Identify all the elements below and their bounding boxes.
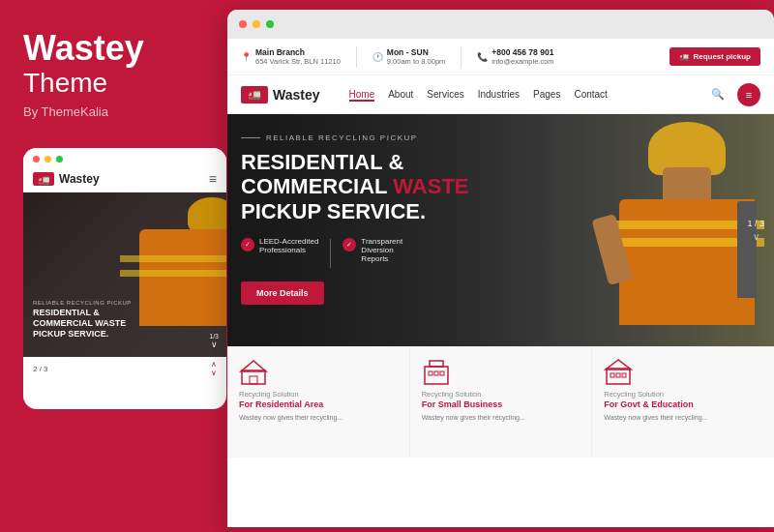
request-pickup-button[interactable]: 🚛 Request pickup <box>670 47 760 66</box>
slider-count-label: 1/3 <box>209 333 219 340</box>
mobile-arrows: ∧ ∨ <box>211 361 217 377</box>
card-2-title-pre: For <box>422 399 438 409</box>
hamburger-icon[interactable]: ≡ <box>209 171 217 187</box>
hero-content: RELIABLE RECYCLING PICKUP RESIDENTIAL & … <box>241 133 469 305</box>
request-btn-label: Request pickup <box>693 52 751 61</box>
header-hours: 🕐 Mon - SUN 9.00am to 8.00pm <box>372 47 445 66</box>
location-value: 654 Varick Str, BLN 11210 <box>255 57 341 66</box>
slider-down-arrow[interactable]: ∨ <box>753 231 759 242</box>
header-divider-2 <box>461 46 461 68</box>
hero-feature-2: ✓ TransparentDiversionReports <box>342 237 402 263</box>
hero-title: RESIDENTIAL & COMMERCIAL WASTE PICKUP SE… <box>241 150 469 223</box>
card-2-icon-row <box>422 357 580 386</box>
phone-label: +800 456 78 901 <box>491 47 553 57</box>
dot-green <box>56 156 63 163</box>
svg-rect-12 <box>622 373 626 377</box>
slider-down-arrow[interactable]: ∨ <box>211 340 218 349</box>
phone-text: +800 456 78 901 info@example.com <box>491 47 553 66</box>
location-label: Main Branch <box>255 47 341 57</box>
svg-rect-7 <box>440 371 444 375</box>
svg-rect-6 <box>434 371 438 375</box>
svg-rect-2 <box>250 376 257 384</box>
hours-value: 9.00am to 8.00pm <box>387 57 445 66</box>
card-1-eyebrow: Recycling Solution <box>239 390 398 399</box>
card-1-icon-row <box>239 357 398 386</box>
search-button[interactable]: 🔍 <box>706 83 729 106</box>
mobile-nav: Wastey ≡ <box>23 166 226 192</box>
dot-red <box>33 156 40 163</box>
card-1-text: Wastey now gives their recycling... <box>239 413 398 423</box>
card-2-eyebrow: Recycling Solution <box>422 390 580 399</box>
dot-yellow <box>45 156 51 163</box>
govt-icon <box>604 357 633 386</box>
site-logo: 🚛 Wastey <box>241 86 320 103</box>
site-logo-icon: 🚛 <box>241 86 268 103</box>
card-3-title-accent: Education <box>651 399 694 409</box>
more-details-button[interactable]: More Details <box>241 281 324 305</box>
phone-value: info@example.com <box>491 57 553 66</box>
card-3-title: For Govt & Education <box>604 399 762 409</box>
header-phone: 📞 +800 456 78 901 info@example.com <box>477 47 553 66</box>
feature-check-2: ✓ <box>342 238 356 251</box>
clock-icon: 🕐 <box>372 52 383 62</box>
hero-worker-shape <box>542 114 774 346</box>
left-panel: Wastey Theme By ThemeKalia Wastey ≡ <box>0 0 240 532</box>
mobile-arrow-down[interactable]: ∨ <box>211 369 217 377</box>
svg-rect-11 <box>616 373 620 377</box>
browser-dot-green <box>266 20 274 28</box>
svg-rect-5 <box>429 371 432 375</box>
mobile-preview-card: Wastey ≡ RELIABLE RECYCLING PICKUP RESID… <box>23 148 226 409</box>
nav-about[interactable]: About <box>388 87 413 102</box>
card-1-title-accent: Residential Area <box>255 399 323 409</box>
hero-title-accent: WASTE <box>393 174 468 198</box>
slider-count: 1 / 3 <box>747 219 764 228</box>
hours-label: Mon - SUN <box>387 47 445 57</box>
svg-rect-0 <box>242 370 265 384</box>
nav-services[interactable]: Services <box>427 87 463 102</box>
card-2-title-accent: Small Business <box>438 399 503 409</box>
phone-icon: 📞 <box>477 52 488 62</box>
mobile-logo: Wastey <box>33 172 100 186</box>
feature-divider <box>330 239 331 268</box>
brand-by: By ThemeKalia <box>23 104 217 119</box>
card-3-icon-row <box>604 357 762 386</box>
menu-button[interactable]: ≡ <box>737 83 760 106</box>
site-cards: Recycling Solution For Residential Area … <box>227 346 774 458</box>
hours-text: Mon - SUN 9.00am to 8.00pm <box>387 47 445 66</box>
site-nav: 🚛 Wastey Home About Services Industries … <box>227 75 774 114</box>
mobile-slider-indicator: 1/3 ∨ <box>209 333 219 349</box>
card-residential: Recycling Solution For Residential Area … <box>227 347 410 458</box>
svg-rect-10 <box>610 373 614 377</box>
mobile-hero: RELIABLE RECYCLING PICKUP RESIDENTIAL &C… <box>23 192 226 357</box>
slider-indicator: 1 / 3 ∨ <box>747 219 764 242</box>
mobile-hero-eyebrow: RELIABLE RECYCLING PICKUP <box>33 300 132 306</box>
nav-contact[interactable]: Contact <box>574 87 607 102</box>
mobile-logo-icon <box>33 172 54 186</box>
mobile-arrow-up[interactable]: ∧ <box>211 361 217 369</box>
feature-label-2: TransparentDiversionReports <box>361 237 402 263</box>
browser-topbar <box>227 10 774 39</box>
header-location: 📍 Main Branch 654 Varick Str, BLN 11210 <box>241 47 341 66</box>
hero-features: ✓ LEED-AccreditedProfessionals ✓ Transpa… <box>241 237 469 268</box>
residential-icon <box>239 357 268 386</box>
card-3-text: Wastey now gives their recycling... <box>604 413 762 423</box>
nav-pages[interactable]: Pages <box>533 87 560 102</box>
card-2-text: Wastey now gives their recycling... <box>422 413 580 423</box>
nav-home[interactable]: Home <box>349 87 375 102</box>
browser-dot-yellow <box>253 20 260 28</box>
card-business: Recycling Solution For Small Business Wa… <box>410 347 593 458</box>
location-text: Main Branch 654 Varick Str, BLN 11210 <box>255 47 341 66</box>
nav-industries[interactable]: Industries <box>478 87 520 102</box>
worker-vest <box>619 199 755 325</box>
site-header-top: 📍 Main Branch 654 Varick Str, BLN 11210 … <box>227 39 774 75</box>
browser-panel: 📍 Main Branch 654 Varick Str, BLN 11210 … <box>227 10 774 527</box>
browser-dot-red <box>239 20 247 28</box>
hero-title-pickup: PICKUP SERVICE. <box>241 199 426 223</box>
card-2-title: For Small Business <box>422 399 580 409</box>
site-hero: RELIABLE RECYCLING PICKUP RESIDENTIAL & … <box>227 114 774 346</box>
feature-label-1: LEED-AccreditedProfessionals <box>259 237 318 254</box>
site-logo-text: Wastey <box>273 87 320 103</box>
hero-title-commercial: COMMERCIAL WASTE <box>241 174 469 198</box>
feature-check-1: ✓ <box>241 238 254 251</box>
hero-title-line1: RESIDENTIAL & <box>241 150 403 174</box>
